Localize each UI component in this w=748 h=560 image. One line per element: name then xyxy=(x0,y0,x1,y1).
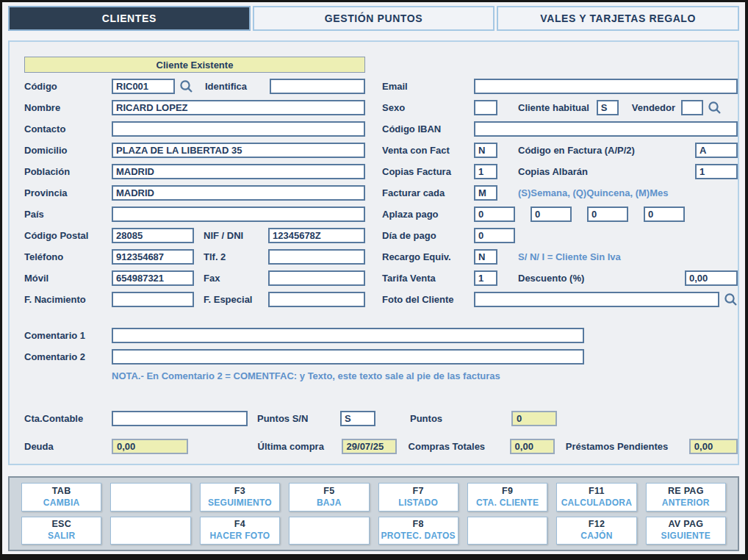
contacto-label: Contacto xyxy=(24,123,112,134)
button-blank xyxy=(110,517,190,545)
ultima-compra-value: 29/07/25 xyxy=(342,439,397,454)
aplaza-pago-input-3[interactable] xyxy=(587,207,628,222)
f-especial-label: F. Especial xyxy=(204,294,268,305)
tab-vales-tarjetas[interactable]: VALES Y TARJETAS REGALO xyxy=(497,6,739,31)
codigo-label: Código xyxy=(24,81,112,92)
codigo-iban-label: Código IBAN xyxy=(382,123,474,134)
identifica-input[interactable] xyxy=(270,79,365,94)
deuda-label: Deuda xyxy=(24,441,112,452)
puntos-label: Puntos xyxy=(410,413,511,424)
aplaza-pago-input-1[interactable] xyxy=(474,207,515,222)
foto-del-cliente-label: Foto del Cliente xyxy=(382,294,474,305)
esc-salir-button[interactable]: ESCSALIR xyxy=(21,517,101,545)
aplaza-pago-input-4[interactable] xyxy=(644,207,685,222)
prestamos-pendientes-label: Préstamos Pendientes xyxy=(566,441,684,452)
nif-label: NIF / DNI xyxy=(204,230,268,241)
f-especial-input[interactable] xyxy=(268,292,365,307)
movil-input[interactable] xyxy=(112,270,194,286)
fax-label: Fax xyxy=(204,273,268,284)
sexo-label: Sexo xyxy=(382,102,474,113)
tab-clientes[interactable]: CLIENTES xyxy=(8,6,251,31)
vendedor-input[interactable] xyxy=(681,100,703,115)
codigo-input[interactable] xyxy=(112,79,175,94)
sexo-input[interactable] xyxy=(474,100,497,115)
f11-calculadora-button[interactable]: F11CALCULADORA xyxy=(556,483,636,511)
tlf2-label: Tlf. 2 xyxy=(204,251,268,262)
f-nacimiento-input[interactable] xyxy=(112,292,194,307)
comentario-nota: NOTA.- En Comentario 2 = COMENTFAC: y Te… xyxy=(112,370,500,385)
facturar-hint: (S)Semana, (Q)Quincena, (M)Mes xyxy=(518,187,668,198)
prestamos-pendientes-value: 0,00 xyxy=(689,439,738,454)
vendedor-label: Vendedor xyxy=(632,102,675,113)
aplaza-pago-label: Aplaza pago xyxy=(382,209,474,220)
tab-cambia-button[interactable]: TABCAMBIA xyxy=(21,483,101,511)
comentario1-label: Comentario 1 xyxy=(24,330,112,341)
aplaza-pago-input-2[interactable] xyxy=(531,207,572,222)
f9-cta-cliente-button[interactable]: F9CTA. CLIENTE xyxy=(467,483,547,511)
f4-hacer-foto-button[interactable]: F4HACER FOTO xyxy=(200,517,280,545)
button-blank xyxy=(467,517,547,545)
search-icon[interactable] xyxy=(708,101,722,115)
dia-de-pago-input[interactable] xyxy=(474,228,515,243)
recargo-equiv-input[interactable] xyxy=(474,249,497,265)
domicilio-label: Domicilio xyxy=(24,145,112,156)
nif-input[interactable] xyxy=(268,228,365,243)
descuento-input[interactable] xyxy=(685,270,738,286)
f3-seguimiento-button[interactable]: F3SEGUIMIENTO xyxy=(200,483,280,511)
poblacion-label: Población xyxy=(24,166,112,177)
copias-albaran-input[interactable] xyxy=(695,164,738,179)
tlf2-input[interactable] xyxy=(268,249,365,265)
puntos-sn-label: Puntos S/N xyxy=(257,413,331,424)
cta-contable-input[interactable] xyxy=(112,411,248,426)
venta-con-fact-input[interactable] xyxy=(474,143,497,158)
recargo-hint: S/ N/ I = Cliente Sin Iva xyxy=(518,251,621,262)
nombre-input[interactable] xyxy=(112,100,365,115)
provincia-label: Provincia xyxy=(24,187,112,198)
fax-input[interactable] xyxy=(268,270,365,286)
puntos-sn-input[interactable] xyxy=(340,411,375,426)
comentario2-input[interactable] xyxy=(112,349,584,365)
domicilio-input[interactable] xyxy=(112,143,365,158)
descuento-label: Descuento (%) xyxy=(518,273,685,284)
telefono-input[interactable] xyxy=(112,249,194,265)
avpag-siguiente-button[interactable]: AV PAGSIGUIENTE xyxy=(646,517,726,545)
tarifa-venta-label: Tarifa Venta xyxy=(382,273,474,284)
dia-de-pago-label: Día de pago xyxy=(382,230,474,241)
codigo-en-factura-input[interactable] xyxy=(695,143,738,158)
facturar-cada-label: Facturar cada xyxy=(382,187,474,198)
function-key-panel: TABCAMBIA F3SEGUIMIENTO F5BAJA F7LISTADO… xyxy=(8,476,739,551)
provincia-input[interactable] xyxy=(112,185,365,201)
comentario2-label: Comentario 2 xyxy=(24,351,112,362)
codigo-iban-input[interactable] xyxy=(474,121,738,137)
f7-listado-button[interactable]: F7LISTADO xyxy=(378,483,458,511)
tab-bar: CLIENTES GESTIÓN PUNTOS VALES Y TARJETAS… xyxy=(8,6,739,31)
search-icon[interactable] xyxy=(724,292,738,306)
recargo-equiv-label: Recargo Equiv. xyxy=(382,251,474,262)
comentario1-input[interactable] xyxy=(112,328,584,343)
tarifa-venta-input[interactable] xyxy=(474,270,497,286)
repag-anterior-button[interactable]: RE PAGANTERIOR xyxy=(646,483,726,511)
copias-factura-label: Copias Factura xyxy=(382,166,474,177)
codigo-postal-input[interactable] xyxy=(112,228,194,243)
copias-factura-input[interactable] xyxy=(474,164,497,179)
search-icon[interactable] xyxy=(179,79,193,93)
puntos-value: 0 xyxy=(511,411,557,426)
email-input[interactable] xyxy=(474,79,738,94)
nombre-label: Nombre xyxy=(24,102,112,113)
status-banner: Cliente Existente xyxy=(24,57,365,73)
f12-cajon-button[interactable]: F12CAJÓN xyxy=(556,517,636,545)
foto-del-cliente-input[interactable] xyxy=(474,292,719,307)
f5-baja-button[interactable]: F5BAJA xyxy=(289,483,369,511)
identifica-label: Identifica xyxy=(205,81,270,92)
pais-input[interactable] xyxy=(112,207,365,222)
f8-protec-datos-button[interactable]: F8PROTEC. DATOS xyxy=(378,517,458,545)
facturar-cada-input[interactable] xyxy=(474,185,497,201)
poblacion-input[interactable] xyxy=(112,164,365,179)
contacto-input[interactable] xyxy=(112,121,365,137)
cliente-habitual-input[interactable] xyxy=(597,100,619,115)
tab-gestion-puntos[interactable]: GESTIÓN PUNTOS xyxy=(253,6,495,31)
client-form-panel: Cliente Existente Código Identifica Nomb… xyxy=(8,40,739,465)
codigo-postal-label: Código Postal xyxy=(24,230,112,241)
copias-albaran-label: Copias Albarán xyxy=(518,166,695,177)
pais-label: País xyxy=(24,209,112,220)
